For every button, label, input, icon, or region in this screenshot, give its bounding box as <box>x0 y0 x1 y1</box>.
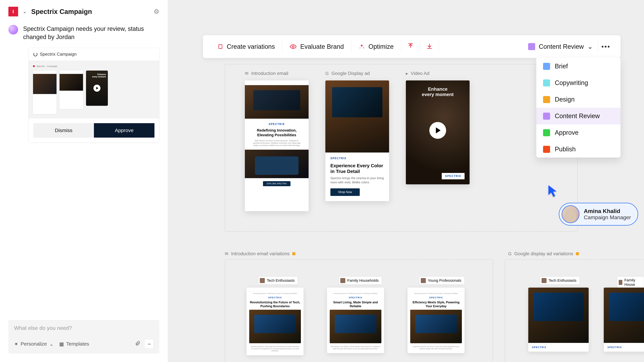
notification: Spectrix Campaign needs your review, sta… <box>0 23 168 41</box>
more-button[interactable]: ••• <box>598 43 614 50</box>
display-variation-card[interactable]: SPECTRIX <box>528 288 589 352</box>
asset-email[interactable]: SPECTRIX Redefining Innovation, Elevatin… <box>245 80 308 211</box>
loading-icon <box>33 52 38 56</box>
status-color-icon <box>543 79 550 86</box>
brand-text: SPECTRIX <box>408 296 464 299</box>
personalize-chip[interactable]: ✶ Personalize ⌄ <box>14 341 54 347</box>
status-color-icon <box>528 43 535 50</box>
optimize-button[interactable]: Optimize <box>351 40 401 53</box>
email-variation-card[interactable]: Introducing Spectrix: Redefining Innovat… <box>408 288 464 353</box>
persona-avatar-icon <box>421 278 426 283</box>
variation-headline: Efficiency Meets Style, Powering Your Ev… <box>408 299 464 310</box>
asset-video-ad[interactable]: Enhance every moment SPECTRIX <box>406 80 470 184</box>
preview-thumb-video[interactable]: Enhanceevery moment <box>86 70 108 106</box>
play-icon <box>429 122 446 139</box>
collaborator-cursor-icon <box>548 184 558 198</box>
email-variation-card[interactable]: Introducing Spectrix: Redefining Innovat… <box>246 288 304 355</box>
persona-avatar-icon <box>542 278 546 283</box>
collaborator-tag[interactable]: Amina Khalid Campaign Manager <box>559 203 638 226</box>
thumb-overlay-2: every moment <box>92 76 106 78</box>
sparkle-gear-icon: ✶ <box>14 341 18 347</box>
personalize-label: Personalize <box>21 341 47 347</box>
download-button[interactable] <box>420 42 439 51</box>
status-option-approve[interactable]: Approve <box>536 124 620 141</box>
asset-label-email: ✉ Introduction email <box>245 71 288 76</box>
status-option-content_review[interactable]: Content Review <box>536 108 620 124</box>
status-option-publish[interactable]: Publish <box>536 141 620 158</box>
preview-bar-text: Spectrix · Campaign <box>36 65 58 67</box>
prompt-input[interactable]: What else do you need? <box>14 325 154 331</box>
prompt-actions: ✶ Personalize ⌄ ▦ Templates → <box>14 339 154 349</box>
variation-headline: Revolutionizing the Future of Tech, Push… <box>246 299 304 310</box>
status-dot-icon <box>576 252 579 255</box>
persona-avatar-icon <box>619 280 622 285</box>
display-headline: Experience Every Color in True Detail <box>330 163 384 174</box>
status-option-label: Brief <box>555 63 568 70</box>
attachment-icon[interactable] <box>135 340 140 348</box>
status-label: Content Review <box>539 43 584 50</box>
display-sub: Spectrix brings the cinema to your livin… <box>330 176 384 185</box>
brand-text: SPECTRIX <box>327 296 384 299</box>
email-variations-text: Introduction email variations <box>231 251 290 256</box>
assistant-avatar-icon <box>8 25 18 34</box>
google-icon: G <box>508 251 512 256</box>
svg-rect-0 <box>219 44 222 49</box>
dismiss-button[interactable]: Dismiss <box>33 123 94 138</box>
brand-icon[interactable]: I <box>8 7 18 16</box>
optimize-label: Optimize <box>368 43 394 50</box>
persona-chip[interactable]: Tech Enthusiasts <box>258 277 298 285</box>
status-dropdown[interactable]: Content Review ⌄ <box>523 43 598 50</box>
email-cta: EXPLORE SPECTRIX <box>263 181 290 186</box>
asset-display-ad[interactable]: SPECTRIX Experience Every Color in True … <box>325 80 389 201</box>
chevron-down-icon: ⌄ <box>49 341 54 347</box>
status-option-design[interactable]: Design <box>536 91 620 108</box>
gear-icon[interactable]: ⚙ <box>154 8 159 15</box>
status-color-icon <box>543 146 550 153</box>
status-dropdown-menu: BriefCopywritingDesignContent ReviewAppr… <box>536 58 620 158</box>
persona-chip[interactable]: Young Professionals <box>419 277 464 285</box>
mail-icon: ✉ <box>225 251 228 256</box>
status-option-copywriting[interactable]: Copywriting <box>536 75 620 91</box>
persona-chip[interactable]: Tech Enthusiasts <box>540 277 580 285</box>
brand-text: SPECTRIX <box>330 157 384 160</box>
display-variations-label: G Google display ad variations <box>508 251 579 256</box>
prompt-box[interactable]: What else do you need? ✶ Personalize ⌄ ▦… <box>8 320 159 354</box>
templates-chip[interactable]: ▦ Templates <box>59 341 89 347</box>
send-button[interactable]: → <box>144 339 154 349</box>
asset-label-video: ▸ Video Ad <box>406 71 430 76</box>
email-variation-card[interactable]: Introducing Spectrix: Redefining Innovat… <box>327 288 384 353</box>
preview-thumb-display[interactable] <box>60 70 83 109</box>
status-option-label: Approve <box>555 129 578 136</box>
status-color-icon <box>543 129 550 136</box>
mail-icon: ✉ <box>245 71 248 76</box>
video-line2: every moment <box>406 92 470 97</box>
status-option-brief[interactable]: Brief <box>536 58 620 75</box>
variations-icon <box>217 43 223 50</box>
canvas: Create variations Evaluate Brand Optimiz… <box>168 0 644 362</box>
sidebar-header: I ⌄ Spectrix Campaign ⚙ <box>0 0 168 23</box>
persona-label: Family House <box>624 278 641 287</box>
status-color-icon <box>543 96 550 103</box>
google-icon: G <box>325 71 329 76</box>
review-actions: Dismiss Approve <box>29 118 159 142</box>
brand-dot-icon <box>33 65 35 67</box>
display-variation-card[interactable]: SPECTRIX <box>604 288 644 352</box>
create-variations-button[interactable]: Create variations <box>210 40 282 53</box>
video-label-text: Video Ad <box>411 71 430 76</box>
persona-chip[interactable]: Family House <box>617 277 644 288</box>
asset-label-display: G Google Display ad <box>325 71 370 76</box>
evaluate-brand-button[interactable]: Evaluate Brand <box>282 40 351 53</box>
chevron-down-icon[interactable]: ⌄ <box>23 9 26 14</box>
eye-icon <box>290 43 296 50</box>
persona-chip[interactable]: Family Households <box>339 277 382 285</box>
persona-avatar-icon <box>260 278 265 283</box>
avatar <box>562 205 580 223</box>
svg-point-5 <box>292 46 294 47</box>
preview-body: Spectrix · Campaign Enhanceevery moment <box>29 60 159 118</box>
brand-text: SPECTRIX <box>250 123 304 126</box>
approve-button[interactable]: Approve <box>94 123 154 138</box>
preview-thumb-email[interactable] <box>33 70 56 114</box>
persona-label: Tech Enthusiasts <box>548 278 576 283</box>
upload-button[interactable] <box>401 42 420 51</box>
templates-label: Templates <box>66 341 89 347</box>
